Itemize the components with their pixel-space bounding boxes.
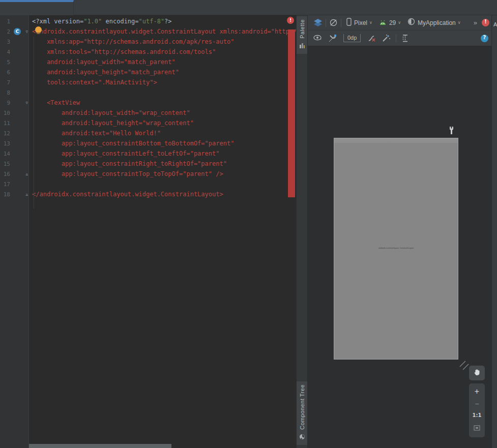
view-options-eye-icon[interactable]	[313, 35, 323, 42]
line-number: 2	[0, 28, 10, 35]
attributes-strip-partial-label: A	[493, 21, 497, 27]
code-token: android:layout_width="wrap_content"	[32, 109, 190, 116]
code-token: <TextView	[32, 99, 80, 106]
code-line[interactable]: <androidx.constraintlayout.widget.Constr…	[30, 26, 296, 37]
tab-component-tree[interactable]: Component Tree	[297, 381, 307, 445]
pan-tool-button[interactable]	[469, 366, 485, 380]
code-editor[interactable]: 12C▿3456789▿10111213141516▵1718▵ <?xml v…	[0, 15, 296, 448]
gutter-icon-area	[10, 179, 28, 189]
zoom-level-button[interactable]: 1:1	[473, 412, 482, 418]
code-token: <androidx.constraintlayout.widget.Constr…	[32, 28, 296, 35]
render-wrench-icon[interactable]	[448, 126, 455, 137]
gutter-row: 11	[0, 118, 28, 128]
code-line[interactable]: <TextView	[30, 98, 296, 108]
infer-constraints-wand-icon[interactable]	[382, 34, 391, 43]
orientation-icon[interactable]	[329, 18, 338, 27]
zoom-in-button[interactable]: +	[475, 388, 479, 395]
attributes-strip[interactable]: A	[491, 15, 497, 448]
intention-bulb-icon[interactable]	[35, 26, 42, 33]
theme-selector[interactable]: MyApplication ∨	[407, 18, 461, 27]
code-line[interactable]	[30, 87, 296, 98]
code-line[interactable]: android:text="Hello World!"	[30, 128, 296, 138]
api-level-selector[interactable]: 29 ∨	[379, 18, 401, 27]
gutter-icon-area: C▿	[10, 26, 28, 37]
code-line[interactable]: <?xml version="1.0" encoding="utf-8"?>	[30, 16, 296, 26]
gutter-icon-area	[10, 37, 28, 47]
code-line[interactable]: android:layout_height="match_parent"	[30, 67, 296, 77]
horizontal-scrollbar[interactable]	[29, 444, 171, 448]
code-line[interactable]: android:layout_width="match_parent"	[30, 57, 296, 67]
gutter-row: 2C▿	[0, 26, 28, 37]
code-token: app:layout_constraintTop_toTopOf="parent…	[32, 170, 223, 177]
gutter-icon-area: ▿	[10, 98, 28, 108]
line-number: 17	[0, 181, 10, 188]
fold-open-icon[interactable]: ▿	[25, 29, 28, 34]
gutter-icon-area	[10, 57, 28, 67]
fold-end-icon[interactable]: ▵	[25, 192, 28, 197]
design-surface[interactable]: androidx.constraintlayout. ConstraintLay…	[308, 46, 491, 448]
device-selector[interactable]: Pixel ∨	[346, 18, 372, 28]
error-highlight-stripe	[288, 29, 295, 197]
default-margins-control[interactable]: 0dp	[343, 34, 361, 42]
class-gutter-icon[interactable]: C	[14, 28, 21, 35]
active-file-tab[interactable]	[0, 0, 74, 15]
gutter-icon-area	[10, 138, 28, 148]
chevron-down-icon: ∨	[398, 20, 401, 25]
code-line[interactable]: </androidx.constraintlayout.widget.Const…	[30, 189, 296, 199]
component-tree-tab-label: Component Tree	[299, 384, 305, 430]
code-area[interactable]: <?xml version="1.0" encoding="utf-8"?><a…	[30, 15, 296, 448]
code-line[interactable]	[30, 179, 296, 189]
default-margins-value: 0dp	[347, 35, 357, 41]
code-token: "1.0"	[83, 18, 102, 25]
gutter-row: 4	[0, 47, 28, 57]
toolbar-separator	[341, 19, 341, 27]
design-surface-selector-icon[interactable]	[313, 18, 323, 27]
editor-tab-strip	[0, 0, 497, 15]
zoom-controls: + − 1:1	[469, 383, 485, 437]
code-line[interactable]: android:layout_height="wrap_content"	[30, 118, 296, 128]
code-token: encoding=	[102, 18, 138, 25]
toolbar-overflow-button[interactable]: »	[474, 19, 477, 26]
line-number: 10	[0, 110, 10, 116]
code-token: </androidx.constraintlayout.widget.Const…	[32, 191, 223, 198]
code-token: app:layout_constraintBottom_toBottomOf="…	[32, 140, 234, 147]
line-number: 11	[0, 120, 10, 127]
fold-open-icon[interactable]: ▿	[25, 100, 28, 105]
line-number: 18	[0, 191, 10, 198]
gutter-row: 10	[0, 108, 28, 118]
code-line[interactable]: app:layout_constraintLeft_toLeftOf="pare…	[30, 148, 296, 159]
fold-end-icon[interactable]: ▵	[25, 171, 28, 176]
gutter-row: 18▵	[0, 189, 28, 199]
line-number: 16	[0, 171, 10, 177]
code-token: "utf-8"	[139, 18, 165, 25]
code-line[interactable]: app:layout_constraintRight_toRightOf="pa…	[30, 159, 296, 169]
code-token: ?>	[164, 18, 171, 25]
gutter-icon-area	[10, 47, 28, 57]
help-button[interactable]: ?	[481, 35, 488, 42]
gutter-row: 9▿	[0, 98, 28, 108]
zoom-to-fit-icon[interactable]	[474, 424, 480, 433]
issues-error-badge[interactable]: !	[482, 19, 489, 26]
tab-palette[interactable]: Palette	[297, 16, 307, 54]
code-line[interactable]: xmlns:tools="http://schemas.android.com/…	[30, 47, 296, 57]
code-line[interactable]: app:layout_constraintBottom_toBottomOf="…	[30, 138, 296, 148]
line-number: 13	[0, 140, 10, 147]
code-line[interactable]: tools:context=".MainActivity">	[30, 77, 296, 87]
design-panel: Pixel ∨ 29 ∨ MyApplication ∨ » ! 0dp	[308, 15, 491, 448]
theme-icon	[407, 18, 415, 27]
code-token: <?xml version=	[32, 18, 83, 25]
design-toolbar-main: Pixel ∨ 29 ∨ MyApplication ∨ » !	[308, 15, 491, 31]
code-token: android:layout_height="match_parent"	[32, 69, 179, 76]
device-preview[interactable]: androidx.constraintlayout. ConstraintLay…	[334, 138, 458, 360]
tool-window-strip: Palette Component Tree	[296, 15, 308, 448]
code-line[interactable]: app:layout_constraintTop_toTopOf="parent…	[30, 169, 296, 179]
pack-align-icon[interactable]	[401, 34, 409, 43]
autoconnect-magnet-icon[interactable]	[328, 34, 337, 43]
clear-constraints-button[interactable]	[367, 34, 376, 43]
code-token: android:text="Hello World!"	[32, 130, 161, 137]
code-line[interactable]: android:layout_width="wrap_content"	[30, 108, 296, 118]
line-number: 6	[0, 69, 10, 76]
line-number: 14	[0, 151, 10, 157]
zoom-out-button[interactable]: −	[475, 401, 479, 407]
code-line[interactable]: xmlns:app="http://schemas.android.com/ap…	[30, 37, 296, 47]
